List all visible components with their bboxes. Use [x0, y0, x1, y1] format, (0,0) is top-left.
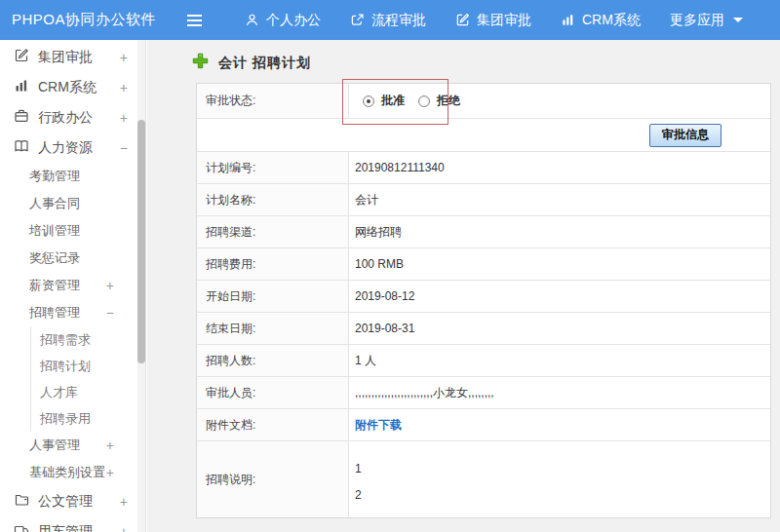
- sidebar-item-recruit-mgmt[interactable]: 招聘管理 −: [0, 299, 145, 326]
- field-value: ,,,,,,,,,,,,,,,,,,,,,,,,小龙女,,,,,,,,: [349, 377, 770, 408]
- nav-label: CRM系统: [582, 12, 641, 29]
- book-icon: [14, 138, 29, 157]
- sidebar-label: 集团审批: [38, 49, 93, 66]
- sidebar-scrollbar-thumb[interactable]: [137, 120, 145, 363]
- field-value: 100 RMB: [349, 248, 770, 280]
- expand-toggle[interactable]: +: [120, 524, 128, 532]
- field-value: 2019-08-12: [349, 281, 770, 312]
- sidebar-label: 公文管理: [38, 493, 93, 511]
- collapse-toggle[interactable]: −: [106, 305, 114, 321]
- field-value: 网络招聘: [349, 216, 770, 247]
- topbar-nav: 个人办公 流程审批 集团审批: [230, 0, 758, 40]
- sidebar-item-vehicle[interactable]: 用车管理 +: [0, 516, 145, 532]
- sidebar-item-attendance[interactable]: 考勤管理: [0, 163, 145, 190]
- sidebar-item-personnel-mgmt[interactable]: 人事管理 +: [0, 432, 145, 459]
- truck-icon: [14, 522, 29, 532]
- nav-label: 个人办公: [266, 12, 321, 29]
- radio-approve-icon[interactable]: [363, 95, 374, 107]
- table-row-description: 招聘说明: 1 2: [197, 441, 770, 517]
- page-title: 会计 招聘计划: [218, 55, 311, 72]
- edit-square-icon: [14, 48, 29, 66]
- expand-toggle[interactable]: +: [120, 110, 128, 126]
- sidebar-item-base-category[interactable]: 基础类别设置 +: [0, 459, 145, 486]
- field-label: 结束日期:: [197, 313, 349, 344]
- submenu-indent-line: [30, 326, 31, 432]
- table-row-plan-no: 计划编号: 20190812111340: [197, 152, 770, 184]
- approval-radio-group: 批准 拒绝: [355, 93, 460, 109]
- add-plus-icon[interactable]: [192, 53, 209, 73]
- radio-reject-label: 拒绝: [437, 93, 460, 109]
- field-label: 开始日期:: [197, 281, 349, 312]
- sidebar-label: 人事合同: [29, 195, 80, 212]
- nav-workflow-approval[interactable]: 流程审批: [335, 0, 441, 40]
- radio-reject-icon[interactable]: [418, 95, 430, 107]
- sidebar-label: 考勤管理: [29, 168, 80, 185]
- sidebar-item-crm[interactable]: CRM系统 +: [0, 72, 145, 102]
- field-label: 计划编号:: [197, 152, 349, 183]
- topbar: PHPOA协同办公软件 个人办公 流程审批: [0, 0, 780, 40]
- sidebar-item-salary[interactable]: 薪资管理 +: [0, 272, 145, 299]
- sidebar-item-recruit-hire[interactable]: 招聘录用: [0, 405, 145, 432]
- sidebar-label: 招聘计划: [40, 358, 91, 375]
- approval-status-value: 批准 拒绝: [349, 84, 770, 118]
- nav-group-approval[interactable]: 集团审批: [441, 0, 546, 40]
- hamburger-menu-icon[interactable]: [187, 15, 213, 26]
- field-value: 2019-08-31: [349, 313, 770, 344]
- field-label: 审批人员:: [197, 377, 349, 408]
- expand-toggle[interactable]: +: [120, 80, 128, 95]
- sidebar-item-admin-office[interactable]: 行政办公 +: [0, 102, 145, 133]
- expand-toggle[interactable]: +: [120, 50, 128, 65]
- nav-personal-office[interactable]: 个人办公: [230, 0, 335, 40]
- nav-crm-system[interactable]: CRM系统: [546, 0, 655, 40]
- table-row-end-date: 结束日期: 2019-08-31: [197, 313, 770, 345]
- table-row-channel: 招聘渠道: 网络招聘: [197, 216, 770, 248]
- person-icon: [245, 13, 259, 27]
- radio-approve[interactable]: 批准: [363, 93, 405, 109]
- radio-reject[interactable]: 拒绝: [418, 93, 460, 109]
- field-value: 1 人: [349, 345, 770, 376]
- expand-toggle[interactable]: +: [106, 437, 114, 453]
- field-value: 20190812111340: [349, 152, 770, 183]
- sidebar-item-reward-punishment[interactable]: 奖惩记录: [0, 245, 145, 272]
- sidebar-label: 行政办公: [38, 109, 93, 127]
- field-value: 附件下载: [349, 409, 770, 440]
- caret-down-icon: [733, 18, 743, 22]
- field-label: 附件文档:: [197, 409, 349, 440]
- sidebar-item-recruit-demand[interactable]: 招聘需求: [0, 326, 145, 353]
- bar-chart-icon: [14, 78, 29, 96]
- collapse-toggle[interactable]: −: [120, 140, 128, 156]
- nav-label: 流程审批: [371, 12, 426, 29]
- sidebar-item-training[interactable]: 培训管理: [0, 217, 145, 245]
- app-brand: PHPOA协同办公软件: [0, 11, 187, 29]
- field-label: 招聘费用:: [197, 248, 349, 280]
- table-row-attachment: 附件文档: 附件下载: [197, 409, 770, 441]
- expand-toggle[interactable]: +: [120, 494, 128, 510]
- sidebar-label: 基础类别设置: [29, 464, 105, 481]
- sidebar-label: 招聘录用: [40, 410, 91, 428]
- sidebar-item-documents[interactable]: 公文管理 +: [0, 486, 145, 516]
- sidebar-item-recruit-plan[interactable]: 招聘计划: [0, 353, 145, 379]
- sidebar-label: 奖惩记录: [29, 249, 80, 267]
- sidebar-item-hr[interactable]: 人力资源 −: [0, 133, 145, 163]
- recruit-plan-detail-table: 审批状态: 批准 拒绝 审批信息 计划编号: 201908: [196, 83, 771, 518]
- field-value: 1 2: [349, 441, 770, 517]
- table-row-approvers: 审批人员: ,,,,,,,,,,,,,,,,,,,,,,,,小龙女,,,,,,,…: [197, 377, 770, 409]
- sidebar-item-hr-contract[interactable]: 人事合同: [0, 190, 145, 217]
- attachment-download-link[interactable]: 附件下载: [355, 417, 402, 434]
- expand-toggle[interactable]: +: [106, 278, 114, 293]
- sidebar-label: 培训管理: [29, 222, 80, 240]
- expand-toggle[interactable]: +: [106, 465, 114, 480]
- nav-more-apps[interactable]: 更多应用: [655, 0, 758, 40]
- sidebar-item-group-approval[interactable]: 集团审批 +: [0, 42, 145, 72]
- main-content: 会计 招聘计划 审批状态: 批准 拒绝 审批信息: [147, 40, 780, 532]
- approval-info-button[interactable]: 审批信息: [649, 124, 722, 147]
- sidebar-label: 人力资源: [38, 139, 93, 157]
- description-line: 2: [355, 488, 362, 502]
- sidebar-item-talent-pool[interactable]: 人才库: [0, 379, 145, 405]
- field-label: 招聘说明:: [197, 441, 349, 517]
- field-label: 招聘渠道:: [197, 216, 349, 247]
- sidebar-label: 人才库: [40, 384, 78, 401]
- bar-chart-icon: [561, 13, 575, 27]
- description-line: 1: [355, 462, 362, 475]
- nav-label: 集团审批: [477, 12, 531, 29]
